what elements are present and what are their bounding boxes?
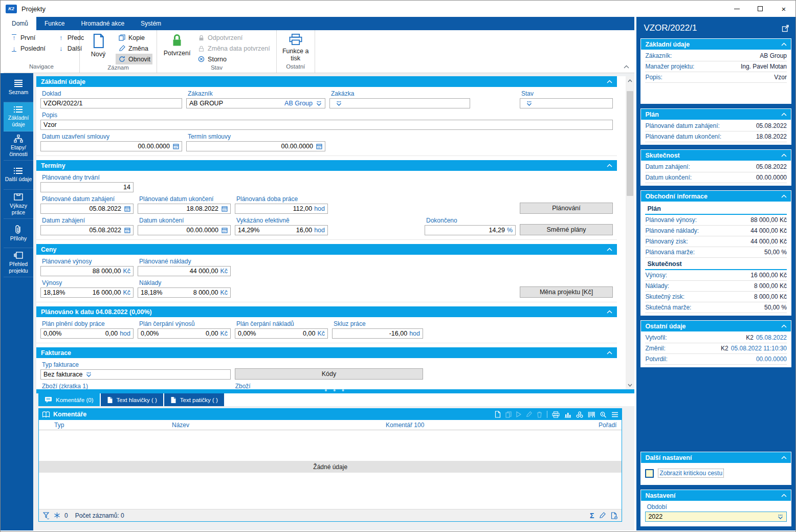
typ-fakturace-field[interactable]: Bez fakturace [40,369,231,380]
critical-path-label[interactable]: Zobrazit kritickou cestu [658,469,724,478]
snowflake-icon[interactable] [54,512,60,519]
scroll-up-arrow[interactable] [626,76,634,85]
obdobi-combo[interactable]: 2022 [645,512,787,522]
dropdown-icon[interactable] [526,101,533,106]
change-record-button[interactable]: Změna [116,43,152,54]
refresh-record-button[interactable]: Obnovit [116,54,152,64]
section-collapse-icon[interactable] [607,164,612,167]
filter-icon[interactable] [43,512,50,519]
sidebar-item-etapy-cinnosti[interactable]: Etapy/ činnosti [4,131,33,161]
sidebar-item-seznam[interactable]: Seznam [4,73,33,102]
plan-ukonceni-field[interactable]: 18.08.2022 [138,204,231,214]
functions-print-button[interactable]: Funkce a tisk [281,32,311,63]
calendar-icon[interactable] [124,227,130,233]
form-vertical-scrollbar[interactable] [626,76,634,389]
section-collapse-icon[interactable] [607,351,612,354]
section-collapse-icon[interactable] [607,310,612,314]
critical-path-checkbox[interactable] [645,469,654,478]
tab-text-paticky[interactable]: Text patičky ( ) [164,393,224,406]
ukonceni-field[interactable]: 00.00.0000 [138,225,231,235]
minimize-button[interactable] [725,1,748,17]
column-poradi[interactable]: Pořadí [593,422,622,429]
new-record-button[interactable]: Nový [84,32,113,64]
dokonceno-field[interactable]: 14,29% [425,225,516,235]
column-typ[interactable]: Typ [51,422,169,429]
doklad-field[interactable]: VZOR/2022/1 [40,98,182,108]
card-collapse-icon[interactable] [781,324,787,328]
tab-text-hlavicky[interactable]: Text hlavičky ( ) [101,393,163,406]
plan-doba-field[interactable]: 112,00hod [235,204,328,214]
close-button[interactable]: × [772,1,795,17]
confirm-button[interactable]: Potvrzení [161,32,193,64]
last-record-button[interactable]: ↓ Poslední [8,43,48,54]
document-edit-icon[interactable] [611,512,617,519]
termin-smlouvy-field[interactable]: 00.00.0000 [186,141,325,151]
section-collapse-icon[interactable] [607,80,612,83]
card-collapse-icon[interactable] [781,153,787,157]
section-collapse-icon[interactable] [607,248,612,251]
mena-projektu-button[interactable]: Měna projektu [Kč] [520,286,613,298]
card-collapse-icon[interactable] [781,456,787,459]
dropdown-icon[interactable] [85,372,92,378]
stav-field[interactable] [520,98,613,108]
copy-record-button[interactable]: Kopie [116,32,152,43]
ribbon-tab-hromadne-akce[interactable]: Hromadné akce [73,17,132,30]
settings-search-icon[interactable] [600,411,607,418]
card-collapse-icon[interactable] [781,113,787,116]
ribbon-collapse-button[interactable] [624,61,629,71]
scrollbar-thumb[interactable] [627,91,633,196]
arrow-down-icon: ↓ [57,45,65,52]
calendar-icon[interactable] [222,227,228,233]
sidebar-item-prilohy[interactable]: Přílohy [4,219,33,248]
dropdown-icon[interactable] [777,514,784,520]
calendar-icon[interactable] [124,206,130,212]
column-nazev[interactable]: Název [169,422,383,429]
zahajeni-field[interactable]: 05.08.2022 [40,225,134,235]
popis-field[interactable]: Vzor [40,120,613,130]
plan-vynosy-field[interactable]: 88 000,00Kč [40,266,134,276]
record-summary-panel: VZOR/2022/1 Základní údaje Zákazník:AB G… [636,17,795,530]
plan-zahajeni-field[interactable]: 05.08.2022 [40,204,134,214]
print-grid-icon[interactable] [552,411,560,418]
zakaznik-field[interactable]: AB GROUP AB Group [186,98,325,108]
scroll-down-arrow[interactable] [626,381,634,389]
sidebar-item-dalsi-udaje[interactable]: Další údaje [4,161,33,190]
calendar-icon[interactable] [173,143,179,149]
storno-button[interactable]: Storno [195,54,272,64]
sidebar-item-zakladni-udaje[interactable]: Základní údaje [4,102,33,131]
calendar-icon[interactable] [316,143,322,149]
barcode-icon[interactable] [588,411,595,418]
ribbon-tab-system[interactable]: Systém [132,17,169,30]
open-in-window-icon[interactable] [782,25,789,32]
column-komentar[interactable]: Komentář 100 [383,422,593,429]
zakaznik-link[interactable]: AB Group [284,100,313,107]
card-collapse-icon[interactable] [781,42,787,46]
tab-komentare[interactable]: Komentáře (0) [38,393,100,406]
card-collapse-icon[interactable] [781,194,787,198]
datum-uzavreni-field[interactable]: 00.00.0000 [40,141,182,151]
first-record-button[interactable]: ↑ První [8,32,48,43]
smerne-plany-button[interactable]: Směrné plány [520,224,613,235]
plan-naklady-field[interactable]: 44 000,00Kč [138,266,231,276]
sidebar-item-prehled-projektu[interactable]: Přehled projektu [4,248,33,277]
calendar-icon[interactable] [222,206,228,212]
section-zakladni-udaje: Základní údaje Doklad VZOR/2022/1 [36,76,617,156]
dropdown-icon[interactable] [336,101,342,106]
horizontal-splitter[interactable]: • • • [36,389,634,393]
card-collapse-icon[interactable] [781,494,787,497]
dny-trvani-field[interactable]: 14 [40,182,134,192]
new-row-icon[interactable] [495,411,501,418]
chart-icon[interactable] [564,411,571,418]
grid-menu-icon[interactable] [611,412,618,417]
sidebar-item-vykazy-prace[interactable]: Výkazy práce [4,190,33,219]
workflow-icon[interactable] [576,411,583,418]
maximize-button[interactable] [748,1,772,17]
dropdown-icon[interactable] [316,101,322,106]
ribbon-tab-domu[interactable]: Domů [4,17,36,30]
sum-icon[interactable]: Σ [590,512,594,520]
edit-icon[interactable] [599,512,606,519]
planovani-button[interactable]: Plánování [520,203,613,214]
ribbon-tab-funkce[interactable]: Funkce [36,17,73,30]
kody-button[interactable]: Kódy [235,368,423,380]
zakazka-field[interactable] [329,98,470,108]
